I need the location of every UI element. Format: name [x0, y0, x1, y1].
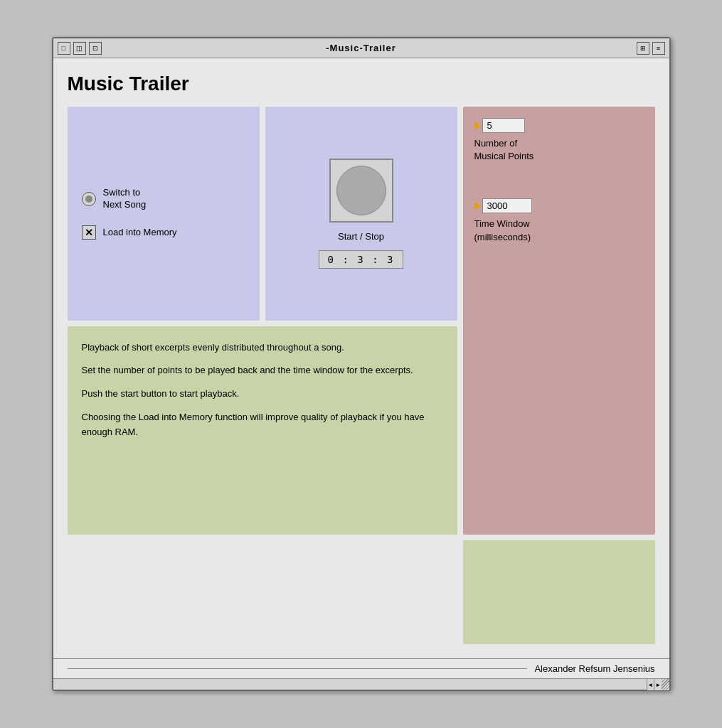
switch-song-radio[interactable] [82, 192, 96, 206]
load-memory-item[interactable]: ✕ Load into Memory [82, 225, 245, 240]
bottom-bar: ◄ ► [53, 678, 669, 690]
musical-points-stepper[interactable] [474, 122, 481, 130]
switch-song-label: Switch to Next Song [103, 187, 147, 211]
minimize-button[interactable]: ◫ [73, 42, 86, 55]
desc-para-4: Choosing the Load into Memory function w… [82, 410, 443, 440]
window-controls: □ ◫ ⊡ [58, 42, 102, 55]
start-stop-label: Start / Stop [338, 231, 384, 242]
musical-points-input-container: 5 [474, 118, 644, 133]
description-text: Playback of short excerpts evenly distri… [82, 341, 443, 440]
settings-panel: 5 Number of Musical Points 3000 Time Win… [463, 107, 655, 535]
time-window-label: Time Window (milliseconds) [474, 218, 644, 243]
desc-para-3: Push the start button to start playback. [82, 387, 443, 402]
switch-song-item[interactable]: Switch to Next Song [82, 187, 245, 211]
play-circle [336, 166, 386, 215]
musical-points-label: Number of Musical Points [474, 137, 644, 163]
horizontal-scrollbar[interactable] [53, 679, 647, 690]
author-label: Alexander Refsum Jensenius [534, 663, 654, 674]
radio-inner [85, 196, 92, 203]
maximize-button[interactable]: ⊡ [89, 42, 102, 55]
footer: Alexander Refsum Jensenius [53, 658, 669, 678]
playback-panel: Start / Stop 0 : 3 : 3 [265, 107, 457, 321]
scroll-left-button[interactable]: ◄ [647, 679, 655, 690]
musical-points-block: 5 Number of Musical Points [474, 118, 644, 163]
title-bar: □ ◫ ⊡ -Music-Trailer ⊞ ≡ [53, 38, 669, 58]
checkbox-x-icon: ✕ [85, 227, 93, 238]
main-window: □ ◫ ⊡ -Music-Trailer ⊞ ≡ Music Trailer S… [52, 37, 671, 691]
extra-panel [463, 540, 655, 644]
load-memory-label: Load into Memory [103, 227, 177, 239]
app-title: Music Trailer [68, 73, 655, 95]
time-window-stepper[interactable] [474, 202, 481, 210]
desc-para-1: Playback of short excerpts evenly distri… [82, 341, 443, 355]
main-grid: Switch to Next Song ✕ Load into Memory S… [68, 107, 655, 644]
scroll-right-button[interactable]: ► [654, 679, 662, 690]
play-stop-button[interactable] [329, 159, 393, 223]
time-window-field[interactable]: 3000 [482, 198, 532, 213]
time-display: 0 : 3 : 3 [319, 250, 404, 269]
resize-handle[interactable] [662, 679, 669, 690]
controls-panel: Switch to Next Song ✕ Load into Memory [68, 107, 260, 321]
zoom-button[interactable]: ⊞ [637, 42, 649, 55]
footer-line [68, 668, 528, 669]
time-window-input-container: 3000 [474, 198, 644, 213]
scrollbar-corner: ◄ ► [647, 679, 669, 690]
window-title: -Music-Trailer [326, 43, 396, 53]
close-button[interactable]: □ [58, 42, 70, 55]
window-right-buttons: ⊞ ≡ [637, 42, 665, 55]
time-window-block: 3000 Time Window (milliseconds) [474, 198, 644, 243]
window-content: Music Trailer Switch to Next Song ✕ Load… [53, 58, 669, 658]
collapse-button[interactable]: ≡ [652, 42, 665, 55]
desc-para-2: Set the number of points to be played ba… [82, 363, 443, 378]
description-panel: Playback of short excerpts evenly distri… [68, 326, 457, 535]
load-memory-checkbox[interactable]: ✕ [82, 225, 96, 240]
musical-points-field[interactable]: 5 [482, 118, 525, 133]
